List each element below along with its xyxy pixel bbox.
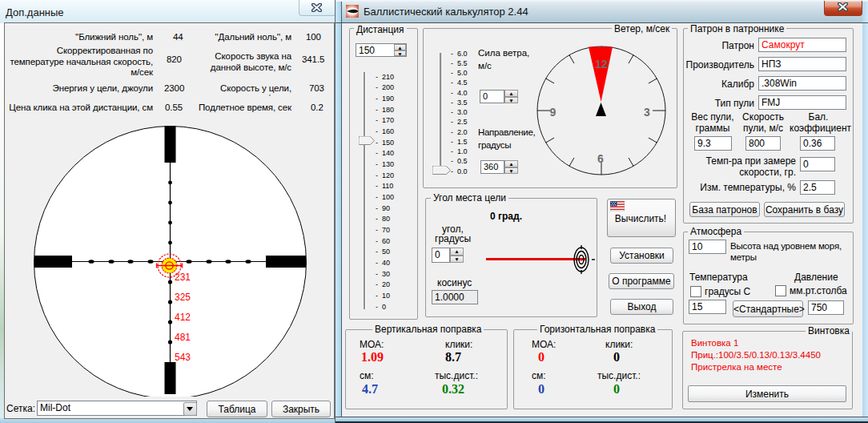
svg-text:9: 9: [550, 106, 557, 119]
svg-text:412: 412: [175, 312, 191, 323]
svg-text:12: 12: [595, 58, 608, 70]
svg-text:325: 325: [175, 292, 191, 303]
svg-text:231: 231: [175, 272, 191, 283]
svg-text:543: 543: [175, 352, 191, 363]
svg-text:6: 6: [597, 152, 604, 165]
svg-text:3: 3: [644, 106, 650, 119]
svg-text:481: 481: [175, 332, 191, 343]
